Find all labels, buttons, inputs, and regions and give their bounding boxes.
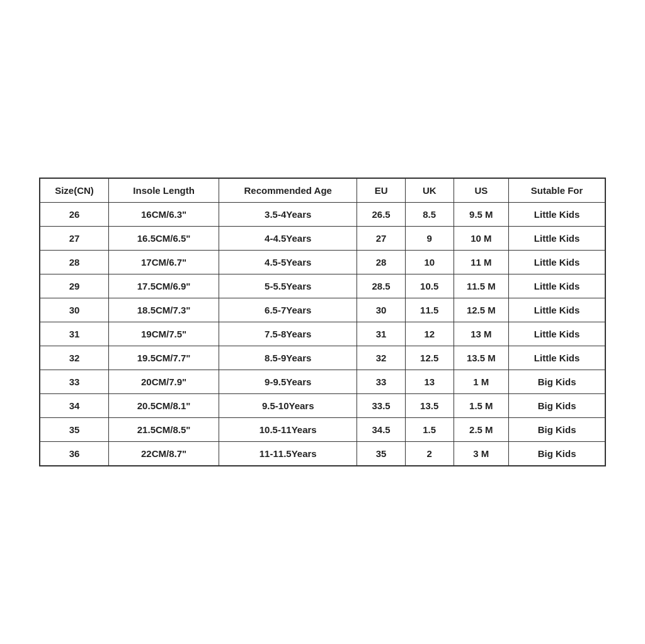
size-chart-table: Size(CN) Insole Length Recommended Age E…: [39, 178, 606, 466]
header-rec-age: Recommended Age: [219, 178, 357, 203]
cell-eu: 28.5: [357, 274, 406, 298]
cell-uk: 13: [405, 370, 454, 394]
table-row: 3119CM/7.5"7.5-8Years311213 MLittle Kids: [40, 322, 605, 346]
cell-eu: 30: [357, 298, 406, 322]
cell-insole: 19CM/7.5": [109, 322, 219, 346]
cell-uk: 8.5: [405, 203, 454, 227]
cell-us: 9.5 M: [454, 203, 509, 227]
table-row: 2917.5CM/6.9"5-5.5Years28.510.511.5 MLit…: [40, 274, 605, 298]
cell-us: 13 M: [454, 322, 509, 346]
cell-suitable: Little Kids: [509, 227, 605, 251]
cell-eu: 32: [357, 346, 406, 370]
cell-us: 11 M: [454, 251, 509, 274]
cell-eu: 31: [357, 322, 406, 346]
table-row: 3219.5CM/7.7"8.5-9Years3212.513.5 MLittl…: [40, 346, 605, 370]
table-row: 3622CM/8.7"11-11.5Years3523 MBig Kids: [40, 442, 605, 466]
cell-size-cn: 35: [40, 418, 109, 442]
header-eu: EU: [357, 178, 406, 203]
cell-insole: 22CM/8.7": [109, 442, 219, 466]
cell-size-cn: 26: [40, 203, 109, 227]
table-row: 2817CM/6.7"4.5-5Years281011 MLittle Kids: [40, 251, 605, 274]
cell-rec-age: 4-4.5Years: [219, 227, 357, 251]
cell-eu: 34.5: [357, 418, 406, 442]
cell-eu: 33.5: [357, 394, 406, 418]
cell-rec-age: 3.5-4Years: [219, 203, 357, 227]
cell-size-cn: 31: [40, 322, 109, 346]
cell-insole: 17.5CM/6.9": [109, 274, 219, 298]
cell-insole: 20.5CM/8.1": [109, 394, 219, 418]
cell-suitable: Big Kids: [509, 394, 605, 418]
cell-size-cn: 36: [40, 442, 109, 466]
cell-us: 12.5 M: [454, 298, 509, 322]
cell-us: 1.5 M: [454, 394, 509, 418]
cell-suitable: Little Kids: [509, 322, 605, 346]
cell-suitable: Big Kids: [509, 442, 605, 466]
cell-uk: 12: [405, 322, 454, 346]
table-row: 3521.5CM/8.5"10.5-11Years34.51.52.5 MBig…: [40, 418, 605, 442]
header-insole: Insole Length: [109, 178, 219, 203]
cell-uk: 12.5: [405, 346, 454, 370]
cell-eu: 33: [357, 370, 406, 394]
cell-size-cn: 30: [40, 298, 109, 322]
cell-uk: 13.5: [405, 394, 454, 418]
cell-rec-age: 5-5.5Years: [219, 274, 357, 298]
cell-us: 10 M: [454, 227, 509, 251]
table-row: 2716.5CM/6.5"4-4.5Years27910 MLittle Kid…: [40, 227, 605, 251]
header-suitable: Sutable For: [509, 178, 605, 203]
cell-eu: 35: [357, 442, 406, 466]
cell-insole: 16CM/6.3": [109, 203, 219, 227]
cell-rec-age: 9.5-10Years: [219, 394, 357, 418]
cell-uk: 11.5: [405, 298, 454, 322]
cell-insole: 21.5CM/8.5": [109, 418, 219, 442]
cell-suitable: Little Kids: [509, 298, 605, 322]
cell-suitable: Little Kids: [509, 251, 605, 274]
cell-size-cn: 27: [40, 227, 109, 251]
cell-rec-age: 11-11.5Years: [219, 442, 357, 466]
cell-us: 11.5 M: [454, 274, 509, 298]
cell-insole: 17CM/6.7": [109, 251, 219, 274]
cell-eu: 27: [357, 227, 406, 251]
cell-size-cn: 28: [40, 251, 109, 274]
cell-size-cn: 29: [40, 274, 109, 298]
cell-us: 1 M: [454, 370, 509, 394]
table-header-row: Size(CN) Insole Length Recommended Age E…: [40, 178, 605, 203]
table-row: 3320CM/7.9"9-9.5Years33131 MBig Kids: [40, 370, 605, 394]
cell-rec-age: 6.5-7Years: [219, 298, 357, 322]
cell-rec-age: 9-9.5Years: [219, 370, 357, 394]
cell-eu: 28: [357, 251, 406, 274]
cell-us: 3 M: [454, 442, 509, 466]
cell-suitable: Big Kids: [509, 418, 605, 442]
header-size-cn: Size(CN): [40, 178, 109, 203]
cell-size-cn: 32: [40, 346, 109, 370]
cell-rec-age: 10.5-11Years: [219, 418, 357, 442]
cell-rec-age: 4.5-5Years: [219, 251, 357, 274]
cell-suitable: Little Kids: [509, 274, 605, 298]
cell-uk: 10.5: [405, 274, 454, 298]
cell-us: 13.5 M: [454, 346, 509, 370]
table-row: 3420.5CM/8.1"9.5-10Years33.513.51.5 MBig…: [40, 394, 605, 418]
size-chart-container: Size(CN) Insole Length Recommended Age E…: [39, 178, 606, 466]
cell-rec-age: 8.5-9Years: [219, 346, 357, 370]
cell-uk: 10: [405, 251, 454, 274]
cell-size-cn: 33: [40, 370, 109, 394]
cell-suitable: Little Kids: [509, 346, 605, 370]
cell-suitable: Big Kids: [509, 370, 605, 394]
cell-uk: 1.5: [405, 418, 454, 442]
table-row: 2616CM/6.3"3.5-4Years26.58.59.5 MLittle …: [40, 203, 605, 227]
cell-rec-age: 7.5-8Years: [219, 322, 357, 346]
cell-uk: 9: [405, 227, 454, 251]
cell-insole: 18.5CM/7.3": [109, 298, 219, 322]
cell-eu: 26.5: [357, 203, 406, 227]
cell-insole: 16.5CM/6.5": [109, 227, 219, 251]
table-row: 3018.5CM/7.3"6.5-7Years3011.512.5 MLittl…: [40, 298, 605, 322]
cell-uk: 2: [405, 442, 454, 466]
cell-insole: 19.5CM/7.7": [109, 346, 219, 370]
header-us: US: [454, 178, 509, 203]
cell-suitable: Little Kids: [509, 203, 605, 227]
cell-us: 2.5 M: [454, 418, 509, 442]
cell-insole: 20CM/7.9": [109, 370, 219, 394]
cell-size-cn: 34: [40, 394, 109, 418]
header-uk: UK: [405, 178, 454, 203]
